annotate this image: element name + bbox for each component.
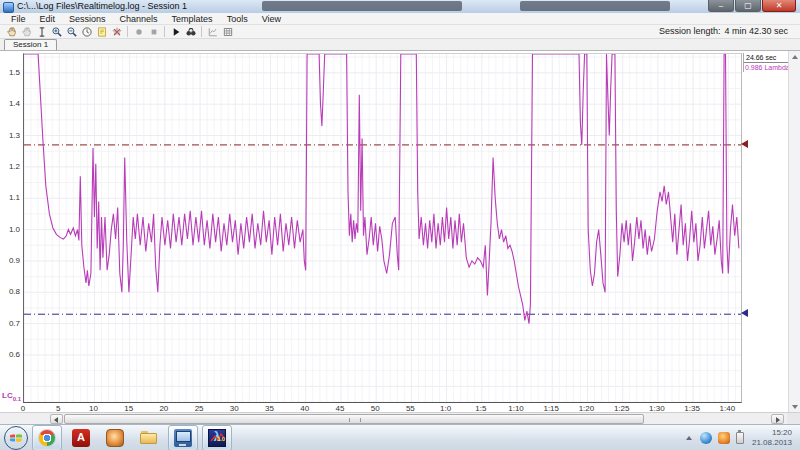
- scrollbar-thumb[interactable]: [64, 414, 644, 424]
- y-tick-label: 0.9: [2, 256, 20, 265]
- windows-taskbar: Aλ3.0 15:20 21.08.2013: [0, 424, 800, 450]
- taskbar-apps: Aλ3.0: [28, 425, 232, 450]
- horizontal-scrollbar[interactable]: [0, 412, 800, 424]
- red-arrow[interactable]: [741, 140, 748, 148]
- toolbar: Session length:4 min 42.30 sec: [0, 25, 800, 39]
- menu-edit[interactable]: Edit: [33, 13, 63, 25]
- background-window-blur: [262, 1, 462, 11]
- cursor-lambda-value: 0.986 Lambda: [744, 63, 788, 72]
- toolbar-buttons: [4, 25, 235, 38]
- menu-file[interactable]: File: [4, 13, 33, 25]
- y-tick-label: 1.5: [2, 68, 20, 77]
- menu-bar: FileEditSessionsChannelsTemplatesToolsVi…: [0, 13, 800, 25]
- close-button[interactable]: ✕: [762, 0, 796, 12]
- start-button[interactable]: [4, 426, 28, 450]
- cursor-readout: 24.66 sec 0.986 Lambda: [743, 53, 788, 72]
- pan-hand-icon[interactable]: [4, 25, 19, 38]
- window-title: C:\...\Log Files\Realtimelog.log - Sessi…: [17, 1, 187, 11]
- blue-arrow[interactable]: [741, 309, 748, 317]
- session-length-label: Session length:: [659, 26, 721, 36]
- minimize-button[interactable]: –: [708, 0, 734, 12]
- play-icon[interactable]: [168, 25, 183, 38]
- y-tick-label: 1.1: [2, 193, 20, 202]
- y-tick-label: 0.8: [2, 287, 20, 296]
- menu-sessions[interactable]: Sessions: [62, 13, 113, 25]
- menu-tools[interactable]: Tools: [220, 13, 255, 25]
- taskbar-logworks-lambda-icon[interactable]: λ3.0: [202, 425, 232, 450]
- taskbar-acrobat-reader-icon[interactable]: A: [66, 425, 96, 450]
- time-dial-icon[interactable]: [79, 25, 94, 38]
- window-controls: –▢✕: [707, 0, 796, 12]
- cursor-time: 24.66 sec: [744, 53, 788, 63]
- session-length: Session length:4 min 42.30 sec: [659, 26, 788, 36]
- app-icon: [3, 2, 14, 13]
- logworks-window: C:\...\Log Files\Realtimelog.log - Sessi…: [0, 0, 800, 450]
- stop-icon[interactable]: [146, 25, 161, 38]
- scroll-right-arrow[interactable]: [771, 414, 784, 424]
- pointer-hand-icon[interactable]: [19, 25, 34, 38]
- security-icon[interactable]: [718, 432, 730, 444]
- notes-icon[interactable]: [94, 25, 109, 38]
- vertical-scrollbar[interactable]: [788, 51, 800, 413]
- y-tick-label: 1.3: [2, 131, 20, 140]
- lambda-trace-plot[interactable]: [23, 53, 742, 403]
- scroll-down-arrow[interactable]: [792, 405, 798, 409]
- taskbar-explorer-folder-icon[interactable]: [134, 425, 164, 450]
- menu-templates[interactable]: Templates: [165, 13, 220, 25]
- session-length-value: 4 min 42.30 sec: [724, 26, 788, 36]
- network-icon[interactable]: [700, 432, 712, 444]
- i-beam-icon[interactable]: [34, 25, 49, 38]
- taskbar-orange-app-icon[interactable]: [100, 425, 130, 450]
- find-icon[interactable]: [183, 25, 198, 38]
- clock-time: 15:20: [752, 428, 792, 438]
- y-tick-label: 1.0: [2, 225, 20, 234]
- tab-session-1[interactable]: Session 1: [4, 39, 57, 50]
- background-window-blur: [520, 1, 670, 11]
- record-icon[interactable]: [131, 25, 146, 38]
- y-tick-label: 0.6: [2, 350, 20, 359]
- table-view-icon[interactable]: [220, 25, 235, 38]
- scroll-left-arrow[interactable]: [50, 414, 63, 424]
- clock-date: 21.08.2013: [752, 438, 792, 448]
- show-hidden-icons[interactable]: [686, 436, 692, 440]
- zoom-out-icon[interactable]: [64, 25, 79, 38]
- toolbar-separator: [127, 26, 128, 37]
- y-tick-label: 0.7: [2, 319, 20, 328]
- scroll-up-arrow[interactable]: [792, 55, 798, 59]
- menu-view[interactable]: View: [255, 13, 288, 25]
- toolbar-separator: [201, 26, 202, 37]
- taskbar-chrome-icon[interactable]: [32, 425, 62, 450]
- maximize-button[interactable]: ▢: [735, 0, 761, 12]
- channel-axis-label: LC0.1: [2, 391, 21, 402]
- zoom-in-icon[interactable]: [49, 25, 64, 38]
- battery-icon[interactable]: [736, 432, 744, 444]
- chart-view-icon[interactable]: [205, 25, 220, 38]
- toolbar-separator: [164, 26, 165, 37]
- clear-zoom-icon[interactable]: [109, 25, 124, 38]
- chart-region: LC0.1 24.66 sec 0.986 Lambda 05101520253…: [0, 50, 800, 412]
- system-tray: 15:20 21.08.2013: [686, 425, 800, 450]
- y-tick-label: 1.4: [2, 99, 20, 108]
- session-tabstrip: Session 1: [0, 39, 800, 50]
- y-tick-label: 1.2: [2, 162, 20, 171]
- taskbar-monitor-app-icon[interactable]: [168, 425, 198, 450]
- taskbar-clock[interactable]: 15:20 21.08.2013: [752, 428, 792, 448]
- menu-channels[interactable]: Channels: [113, 13, 165, 25]
